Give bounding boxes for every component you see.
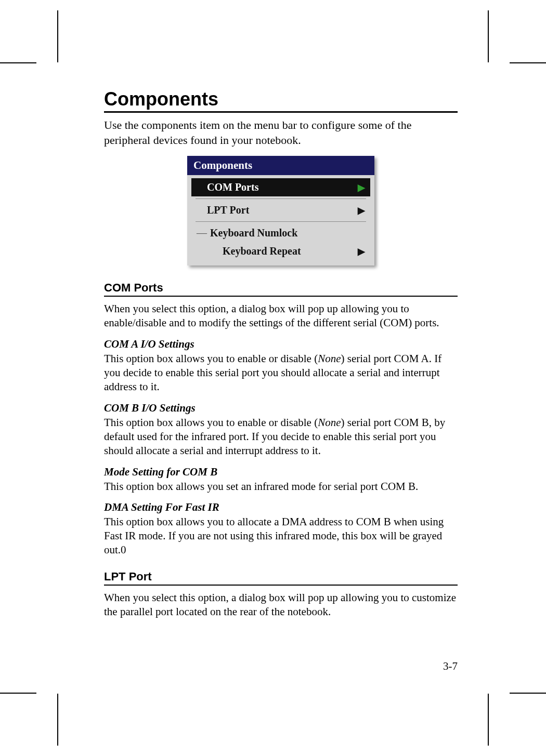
subsection-heading: DMA Setting For Fast IR: [104, 501, 458, 514]
section-intro: When you select this option, a dialog bo…: [104, 302, 458, 330]
subsection-heading: Mode Setting for COM B: [104, 466, 458, 479]
menu-item-label: LPT Port: [207, 204, 249, 216]
subsection-heading: COM A I/O Settings: [104, 338, 458, 351]
menu-screenshot: Components COM Ports ▶ LPT Port ▶ — Keyb…: [104, 156, 458, 266]
menu-item-lpt-port[interactable]: LPT Port ▶: [191, 201, 370, 219]
menu-item-prefix: —: [197, 227, 206, 239]
subsection-body: This option box allows you to allocate a…: [104, 515, 458, 558]
submenu-arrow-icon: ▶: [358, 182, 365, 193]
page-number: 3-7: [443, 660, 458, 673]
subsection-heading: COM B I/O Settings: [104, 402, 458, 415]
menu-item-label: Keyboard Repeat: [207, 245, 301, 257]
menu-item-label: COM Ports: [207, 181, 258, 193]
menu-item-keyboard-repeat[interactable]: Keyboard Repeat ▶: [191, 242, 370, 260]
section-intro: When you select this option, a dialog bo…: [104, 591, 458, 619]
subsection-body: This option box allows you set an infrar…: [104, 480, 458, 494]
menu-title: Components: [187, 156, 374, 175]
page-title: Components: [104, 88, 458, 113]
subsection-body: This option box allows you to enable or …: [104, 352, 458, 394]
menu-item-com-ports[interactable]: COM Ports ▶: [191, 178, 370, 196]
section-heading-lpt-port: LPT Port: [104, 570, 458, 586]
menu-item-label: Keyboard Numlock: [210, 227, 297, 239]
submenu-arrow-icon: ▶: [358, 205, 365, 216]
intro-paragraph: Use the components item on the menu bar …: [104, 118, 458, 148]
menu-item-keyboard-numlock[interactable]: — Keyboard Numlock: [191, 224, 370, 242]
section-heading-com-ports: COM Ports: [104, 281, 458, 297]
subsection-body: This option box allows you to enable or …: [104, 416, 458, 458]
submenu-arrow-icon: ▶: [358, 246, 365, 257]
